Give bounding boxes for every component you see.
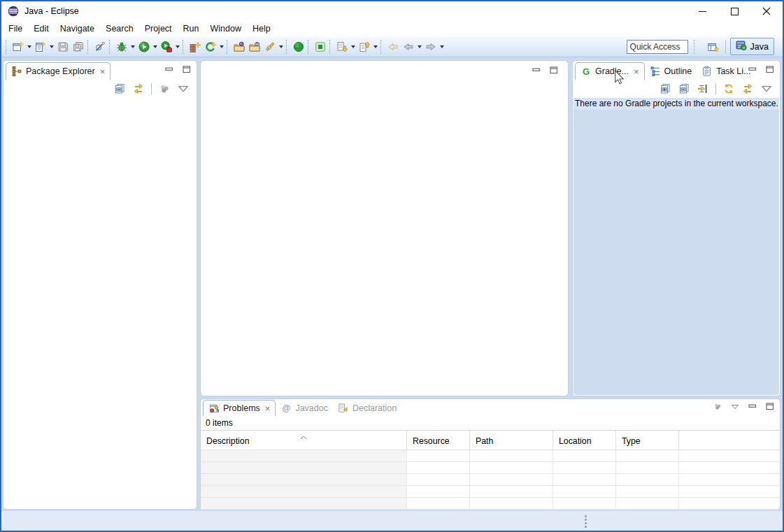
- maximize-view-button[interactable]: [766, 66, 774, 73]
- new-class-button[interactable]: [203, 39, 218, 55]
- refresh-button[interactable]: [722, 82, 736, 96]
- run-external-tools-button[interactable]: [159, 39, 174, 55]
- table-row[interactable]: [201, 498, 780, 510]
- previous-annotation-dropdown[interactable]: [372, 39, 379, 55]
- window-maximize-button[interactable]: [718, 1, 750, 21]
- last-edit-location-button[interactable]: [385, 39, 401, 55]
- gradle-tasks-content[interactable]: There are no Gradle projects in the curr…: [573, 98, 779, 395]
- minimize-view-button[interactable]: [748, 403, 757, 410]
- open-task-button[interactable]: [247, 39, 262, 55]
- link-to-selection-button[interactable]: [696, 82, 710, 96]
- focus-on-active-task-button[interactable]: [157, 82, 171, 96]
- menu-help[interactable]: Help: [247, 22, 276, 35]
- table-cell: [407, 462, 470, 473]
- web-browser-button[interactable]: [291, 39, 306, 55]
- link-with-editor-button[interactable]: [741, 82, 755, 96]
- new-java-project-button[interactable]: [187, 39, 203, 55]
- tab-declaration[interactable]: Declaration: [333, 400, 401, 416]
- menu-window[interactable]: Window: [205, 22, 247, 35]
- problems-table-header: Description Resource Path Location Type: [201, 431, 780, 450]
- table-row[interactable]: [201, 474, 780, 486]
- next-annotation-button[interactable]: [334, 39, 350, 55]
- window-close-button[interactable]: [750, 1, 783, 21]
- window-minimize-button[interactable]: [686, 1, 718, 21]
- tab-outline[interactable]: Outline: [645, 62, 697, 80]
- toolbar-separator: [286, 40, 288, 54]
- debug-dropdown[interactable]: [129, 39, 136, 55]
- open-type-button[interactable]: [231, 39, 247, 55]
- column-header-path[interactable]: Path: [470, 431, 553, 450]
- java-perspective-button[interactable]: Java: [730, 38, 774, 55]
- table-row[interactable]: [201, 486, 780, 498]
- view-menu-button[interactable]: [760, 82, 774, 96]
- open-perspective-button[interactable]: [706, 39, 721, 55]
- new-java-item-dropdown[interactable]: [48, 39, 55, 55]
- tab-gradle-tasks[interactable]: G Gradle... ×: [575, 62, 645, 80]
- column-header-location[interactable]: Location: [553, 431, 616, 450]
- back-dropdown[interactable]: [416, 39, 423, 55]
- view-menu-button[interactable]: [176, 82, 190, 96]
- forward-button[interactable]: [423, 39, 439, 55]
- table-cell: [201, 486, 407, 497]
- tab-javadoc[interactable]: @ Javadoc: [276, 400, 333, 416]
- column-header-description[interactable]: Description: [201, 431, 407, 450]
- close-icon[interactable]: ×: [100, 67, 106, 76]
- save-all-button[interactable]: [71, 39, 86, 55]
- expand-all-button[interactable]: [658, 82, 672, 96]
- close-icon[interactable]: ×: [265, 404, 271, 413]
- new-java-item-button[interactable]: [33, 39, 48, 55]
- menu-project[interactable]: Project: [139, 22, 178, 35]
- new-wizard-button[interactable]: [10, 39, 26, 55]
- debug-button[interactable]: [114, 39, 129, 55]
- minimize-view-button[interactable]: [165, 66, 173, 73]
- javadoc-icon: @: [280, 403, 292, 414]
- collapse-all-button[interactable]: [677, 82, 691, 96]
- run-button[interactable]: [136, 39, 152, 55]
- close-icon[interactable]: ×: [634, 67, 639, 76]
- tab-task-list[interactable]: Task Li...: [697, 62, 755, 80]
- status-bar: [1, 511, 783, 531]
- back-button[interactable]: [401, 39, 416, 55]
- maximize-view-button[interactable]: [183, 66, 191, 73]
- maximize-editor-button[interactable]: [550, 66, 558, 74]
- task-list-icon: [701, 66, 713, 77]
- menu-run[interactable]: Run: [178, 22, 205, 35]
- menu-file[interactable]: File: [3, 22, 28, 35]
- package-explorer-content[interactable]: [4, 98, 196, 508]
- previous-annotation-button[interactable]: [357, 39, 372, 55]
- problems-icon: [208, 403, 220, 414]
- quick-access-input[interactable]: [627, 40, 688, 54]
- separator: [715, 83, 716, 94]
- console-button[interactable]: [313, 39, 328, 55]
- minimize-editor-button[interactable]: [532, 66, 541, 74]
- new-wizard-dropdown[interactable]: [26, 39, 33, 55]
- run-dropdown[interactable]: [152, 39, 159, 55]
- tab-problems[interactable]: Problems ×: [203, 400, 276, 416]
- column-header-type[interactable]: Type: [616, 431, 679, 450]
- menu-edit[interactable]: Edit: [28, 22, 55, 35]
- column-header-resource[interactable]: Resource: [407, 431, 470, 450]
- tab-package-explorer[interactable]: Package Explorer ×: [6, 62, 111, 80]
- menu-navigate[interactable]: Navigate: [55, 22, 100, 35]
- collapse-all-button[interactable]: [113, 82, 127, 96]
- table-row[interactable]: [201, 450, 780, 462]
- new-class-dropdown[interactable]: [218, 39, 225, 55]
- next-annotation-dropdown[interactable]: [350, 39, 357, 55]
- search-dropdown[interactable]: [278, 39, 285, 55]
- titlebar[interactable]: Java - Eclipse: [1, 1, 783, 21]
- minimize-view-button[interactable]: [748, 66, 757, 73]
- search-button[interactable]: [262, 39, 278, 55]
- table-row[interactable]: [201, 462, 780, 474]
- menu-search[interactable]: Search: [100, 22, 139, 35]
- run-external-tools-dropdown[interactable]: [174, 39, 181, 55]
- link-with-editor-button[interactable]: [131, 82, 145, 96]
- focus-on-active-task-button[interactable]: [713, 403, 722, 410]
- forward-dropdown[interactable]: [439, 39, 446, 55]
- status-drag-handle[interactable]: [585, 515, 587, 528]
- view-menu-button[interactable]: [731, 403, 739, 410]
- maximize-view-button[interactable]: [766, 403, 774, 410]
- toggle-mark-occurrences-button[interactable]: [92, 39, 108, 55]
- editor-area[interactable]: [200, 60, 569, 396]
- save-button[interactable]: [55, 39, 71, 55]
- table-cell: [201, 498, 407, 509]
